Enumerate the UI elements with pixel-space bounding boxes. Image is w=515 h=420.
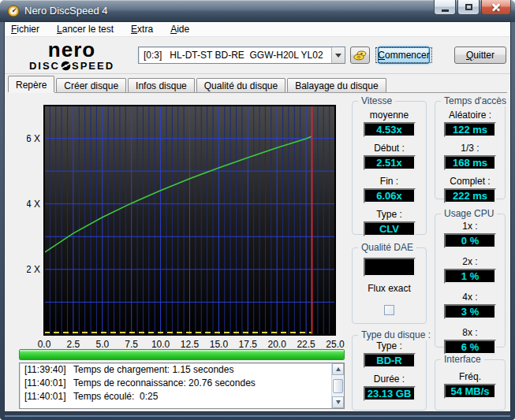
flux-exact-label: Flux exact [368, 283, 411, 294]
field-label: Fin : [380, 176, 398, 187]
logo-speed-text: SPEED [72, 61, 114, 71]
eject-disc-icon [353, 49, 367, 61]
toolbar: nero DISC SPEED [0:3] HL-DT-ST BD-RE GGW… [5, 37, 510, 74]
lcd-end-speed: 6.06x [364, 188, 416, 203]
panel-title: Interface [441, 354, 484, 365]
field-label: 4x : [462, 292, 477, 303]
panel-temps-acces: Temps d'accès Aléatoire : 122 ms 1/3 : 1… [435, 101, 506, 199]
field-label: 1/3 : [461, 143, 479, 154]
svg-text:15.0: 15.0 [210, 339, 229, 348]
field-label: moyenne [370, 110, 409, 121]
svg-text:6 X: 6 X [27, 133, 40, 144]
panel-title: Temps d'accès [441, 95, 509, 106]
panel-usage-cpu: Usage CPU 1x : 0 % 2x : 1 % 4x : 3 % 8x … [435, 214, 506, 348]
lcd-disc-capacity: 23.13 GB [364, 386, 416, 401]
lcd-full-access: 222 ms [444, 188, 496, 203]
lcd-disc-type: BD-R [364, 353, 416, 368]
svg-text:5.0: 5.0 [95, 339, 109, 348]
titlebar[interactable]: Nero DiscSpeed 4 [0, 0, 515, 22]
eject-button[interactable] [350, 46, 370, 64]
field-label: Durée : [374, 374, 405, 385]
panel-qualite-dae: Qualité DAE Flux exact [352, 247, 427, 324]
maximize-button[interactable] [457, 0, 480, 15]
speed-chart: 0.02.55.07.510.012.515.017.520.022.525.0… [27, 102, 345, 348]
tab-balayage-du-disque[interactable]: Balayage du disque [287, 78, 386, 92]
svg-text:12.5: 12.5 [181, 339, 200, 348]
lcd-average-speed: 4.53x [364, 122, 416, 137]
nero-discspeed-logo: nero DISC SPEED [24, 39, 120, 71]
menubar: Fichier Lancer le test Extra Aide [5, 22, 510, 37]
tab-page-border [8, 92, 507, 93]
log-line: [11:40:01]Temps de reconnaissance: 20.76… [20, 377, 344, 390]
svg-text:22.5: 22.5 [297, 339, 315, 348]
panel-title: Qualité DAE [358, 242, 416, 253]
svg-text:4 X: 4 X [27, 199, 40, 210]
field-label: 8x : [462, 327, 477, 338]
svg-text:7.5: 7.5 [125, 339, 138, 348]
scroll-up-icon[interactable] [332, 363, 344, 375]
quit-button[interactable]: Quitter [454, 46, 506, 64]
log-line: [11:39:40]Temps de chargement: 1.15 seco… [20, 363, 344, 377]
svg-text:0.0: 0.0 [38, 339, 51, 348]
minimize-button[interactable] [434, 0, 456, 15]
svg-text:2 X: 2 X [27, 264, 40, 275]
logo-disc-text: DISC [29, 61, 60, 71]
field-label: Type : [376, 209, 402, 220]
minimize-icon [442, 9, 449, 12]
drive-select-value: [0:3] HL-DT-ST BD-RE GGW-H20L YL02 [139, 50, 331, 61]
lcd-one-third-access: 168 ms [444, 155, 496, 170]
field-label: Fréq. [459, 371, 481, 382]
field-label: Complet : [450, 176, 490, 187]
menu-item-fichier[interactable]: Fichier [11, 24, 39, 35]
close-icon [491, 2, 501, 12]
panel-title: Usage CPU [441, 208, 497, 219]
tab-creer-disque[interactable]: Créer disque [56, 78, 126, 92]
dropdown-arrow-icon[interactable] [331, 47, 345, 63]
log-listbox[interactable]: [11:39:40]Temps de chargement: 1.15 seco… [19, 362, 345, 409]
window-title: Nero DiscSpeed 4 [24, 5, 108, 17]
panel-type-du-disque: Type du disque : Type : BD-R Durée : 23.… [352, 335, 427, 411]
lcd-interface-rate: 54 MB/s [444, 384, 496, 399]
client-area: Fichier Lancer le test Extra Aide nero D… [5, 22, 510, 411]
svg-text:2.5: 2.5 [67, 339, 80, 348]
log-scrollbar[interactable] [331, 363, 344, 408]
lcd-random-access: 122 ms [444, 122, 496, 137]
lcd-cpu-8x: 6 % [444, 340, 496, 355]
lcd-speed-type: CLV [364, 221, 416, 236]
menu-item-extra[interactable]: Extra [131, 24, 153, 35]
window-controls [434, 0, 511, 15]
progress-fill [20, 350, 344, 359]
field-label: 2x : [462, 256, 477, 267]
lcd-start-speed: 2.51x [364, 155, 416, 170]
tabstrip: Repère Créer disque Infos disque Qualité… [8, 76, 507, 92]
field-label: 1x : [462, 221, 477, 232]
tab-repere[interactable]: Repère [8, 76, 54, 92]
nero-wordmark: nero [24, 39, 120, 60]
progress-bar [19, 349, 345, 360]
svg-text:25.0: 25.0 [326, 339, 345, 348]
scrollbar-thumb[interactable] [333, 379, 343, 393]
svg-text:20.0: 20.0 [268, 339, 287, 348]
close-button[interactable] [481, 0, 511, 15]
svg-text:17.5: 17.5 [239, 339, 258, 348]
panel-vitesse: Vitesse moyenne 4.53x Début : 2.51x Fin … [352, 101, 427, 235]
app-icon [7, 5, 20, 17]
lcd-cpu-4x: 3 % [444, 304, 496, 319]
tab-qualite-du-disque[interactable]: Qualité du disque [196, 78, 285, 92]
maximize-icon [465, 4, 472, 10]
lcd-cpu-2x: 1 % [444, 269, 496, 284]
drive-select[interactable]: [0:3] HL-DT-ST BD-RE GGW-H20L YL02 [138, 46, 345, 64]
start-button[interactable]: Commencer [378, 46, 430, 64]
flux-exact-checkbox[interactable] [384, 305, 394, 315]
field-label: Début : [374, 143, 405, 154]
scroll-down-icon[interactable] [332, 396, 344, 408]
menu-item-aide[interactable]: Aide [170, 24, 189, 35]
field-label: Aléatoire : [449, 110, 491, 121]
menu-item-lancer-le-test[interactable]: Lancer le test [57, 24, 114, 35]
tab-infos-disque[interactable]: Infos disque [128, 78, 195, 92]
lcd-cpu-1x: 0 % [444, 233, 496, 248]
panel-title: Vitesse [358, 95, 395, 106]
panel-interface: Interface Fréq. 54 MB/s [435, 359, 506, 411]
log-line: [11:40:01]Temps écoulé: 0:25 [20, 390, 344, 403]
panel-title: Type du disque : [358, 329, 434, 340]
